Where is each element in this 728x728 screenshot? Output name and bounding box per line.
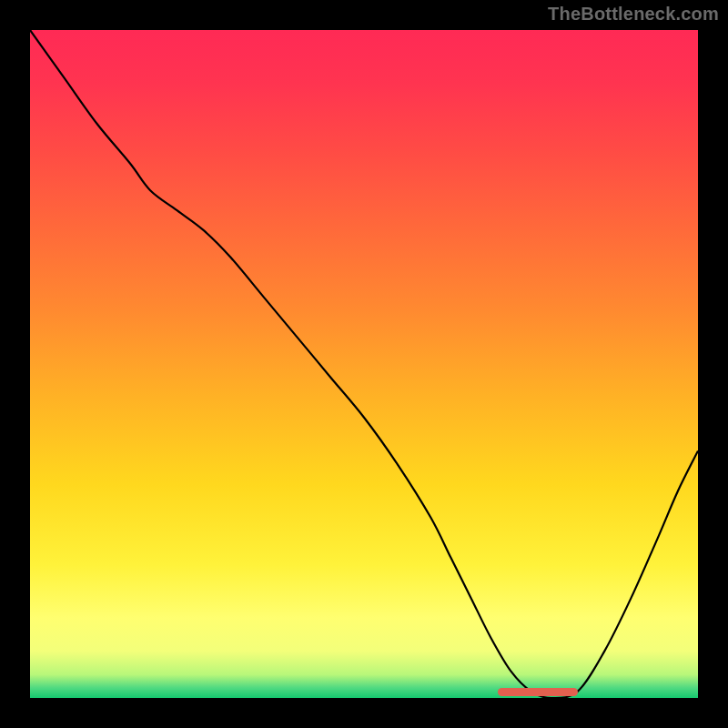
chart-frame: TheBottleneck.com — [0, 0, 728, 728]
optimal-range-marker — [498, 688, 578, 696]
watermark-text: TheBottleneck.com — [548, 4, 719, 25]
plot-area — [30, 30, 698, 698]
bottleneck-curve — [30, 30, 698, 698]
